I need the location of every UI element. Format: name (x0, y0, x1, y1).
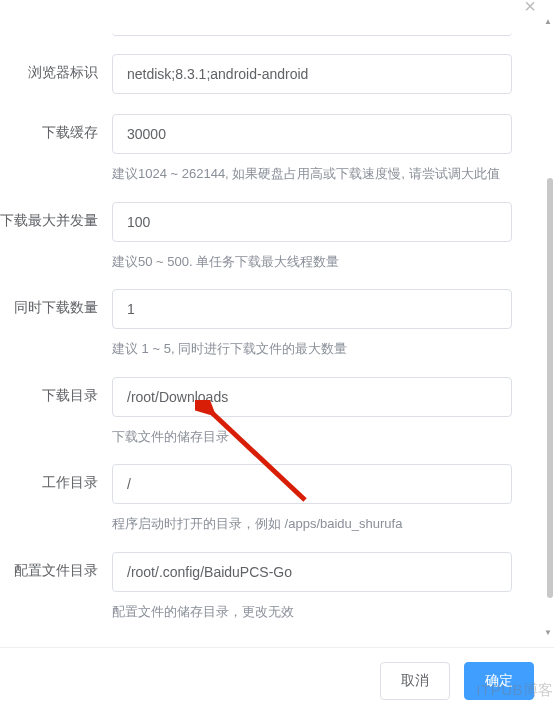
form-row-cache: 下载缓存 建议1024 ~ 262144, 如果硬盘占用高或下载速度慢, 请尝试… (0, 114, 538, 184)
download-dir-input[interactable] (112, 377, 512, 417)
browser-id-input[interactable] (112, 54, 512, 94)
field-label: 下载最大并发量 (0, 202, 112, 230)
dialog-footer: 取消 确定 (0, 647, 554, 714)
field-hint: 下载文件的储存目录 (112, 427, 512, 447)
field-label: 浏览器标识 (0, 54, 112, 82)
field-hint: 建议1024 ~ 262144, 如果硬盘占用高或下载速度慢, 请尝试调大此值 (112, 164, 512, 184)
parallel-input[interactable] (112, 202, 512, 242)
settings-form: 浏览器标识 下载缓存 建议1024 ~ 262144, 如果硬盘占用高或下载速度… (0, 8, 544, 647)
form-row-concurrent: 同时下载数量 建议 1 ~ 5, 同时进行下载文件的最大数量 (0, 289, 538, 359)
dialog-header: × (0, 0, 554, 8)
form-scroll-area: 浏览器标识 下载缓存 建议1024 ~ 262144, 如果硬盘占用高或下载速度… (0, 8, 554, 647)
form-row-config-dir: 配置文件目录 配置文件的储存目录，更改无效 (0, 552, 538, 622)
field-hint: 程序启动时打开的目录，例如 /apps/baidu_shurufa (112, 514, 512, 534)
field-label: 配置文件目录 (0, 552, 112, 580)
form-row-browser-id: 浏览器标识 (0, 54, 538, 94)
field-hint: 配置文件的储存目录，更改无效 (112, 602, 512, 622)
confirm-button[interactable]: 确定 (464, 662, 534, 700)
form-row-download-dir: 下载目录 下载文件的储存目录 (0, 377, 538, 447)
form-row-prev-partial (0, 18, 538, 36)
cache-input[interactable] (112, 114, 512, 154)
field-label: 工作目录 (0, 464, 112, 492)
scrollbar-track[interactable] (546, 18, 550, 637)
field-label: 下载缓存 (0, 114, 112, 142)
scrollbar-thumb[interactable] (547, 178, 553, 598)
field-hint: 建议 1 ~ 5, 同时进行下载文件的最大数量 (112, 339, 512, 359)
cancel-button[interactable]: 取消 (380, 662, 450, 700)
field-label (0, 18, 112, 28)
work-dir-input[interactable] (112, 464, 512, 504)
field-hint: 建议50 ~ 500. 单任务下载最大线程数量 (112, 252, 512, 272)
field-label: 下载目录 (0, 377, 112, 405)
field-label: 同时下载数量 (0, 289, 112, 317)
prev-input-bottom[interactable] (112, 18, 512, 36)
concurrent-input[interactable] (112, 289, 512, 329)
form-row-parallel: 下载最大并发量 建议50 ~ 500. 单任务下载最大线程数量 (0, 202, 538, 272)
form-row-work-dir: 工作目录 程序启动时打开的目录，例如 /apps/baidu_shurufa (0, 464, 538, 534)
vertical-scrollbar[interactable]: ▲ ▼ (544, 18, 552, 637)
settings-dialog: × 浏览器标识 下载缓存 建议1024 ~ 262144, 如果硬盘占用高 (0, 0, 554, 714)
scroll-down-icon[interactable]: ▼ (544, 629, 552, 637)
config-dir-input[interactable] (112, 552, 512, 592)
